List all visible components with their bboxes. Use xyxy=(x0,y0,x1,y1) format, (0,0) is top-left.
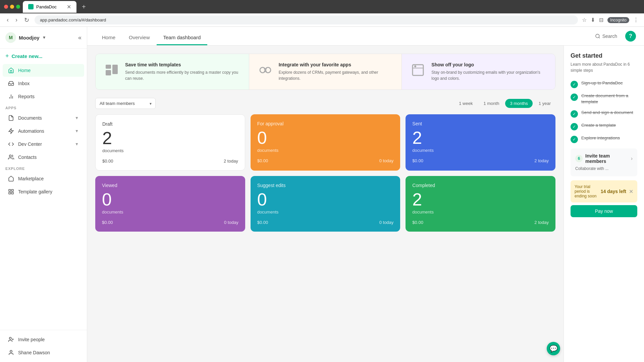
sidebar-footer: Invite people Shane Dawson xyxy=(0,330,87,362)
promo-card-logo[interactable]: Show off your logo Stay on-brand by cust… xyxy=(402,54,555,89)
sidebar-item-documents-label: Documents xyxy=(18,115,42,121)
team-members-select[interactable]: All team members xyxy=(95,98,156,109)
user-name-label: Shane Dawson xyxy=(18,350,50,355)
main-content: Save time with templates Send documents … xyxy=(87,46,564,362)
new-tab-button[interactable]: + xyxy=(79,3,89,11)
completed-today: 2 today xyxy=(534,220,549,225)
close-traffic-light[interactable] xyxy=(4,5,8,9)
tab-overview[interactable]: Overview xyxy=(122,31,157,45)
sidebar-item-documents[interactable]: Documents ▼ xyxy=(3,112,84,124)
sent-amount: $0.00 xyxy=(412,158,423,163)
svg-rect-16 xyxy=(106,70,111,75)
invite-header: 6 Invite team members › xyxy=(575,153,633,164)
approval-docs: documents xyxy=(257,148,394,153)
sidebar-item-template-gallery[interactable]: Template gallery xyxy=(3,185,84,198)
pay-now-button[interactable]: Pay now xyxy=(571,205,637,217)
draft-label: Draft xyxy=(102,121,238,127)
workspace-chevron-icon[interactable]: ▼ xyxy=(42,35,46,40)
time-filter-1week[interactable]: 1 week xyxy=(454,99,477,108)
sidebar-item-marketplace[interactable]: Marketplace xyxy=(3,172,84,185)
refresh-button[interactable]: ↻ xyxy=(23,15,31,25)
create-new-button[interactable]: + Create new... xyxy=(0,49,87,64)
svg-point-19 xyxy=(265,67,271,73)
sidebar-item-contacts[interactable]: Contacts xyxy=(3,151,84,164)
invite-title: Invite team members xyxy=(585,153,628,164)
minimize-traffic-light[interactable] xyxy=(10,5,14,9)
invite-section[interactable]: 6 Invite team members › Collaborate with… xyxy=(571,148,637,176)
svg-point-13 xyxy=(596,34,599,38)
tab-title: PandaDoc xyxy=(36,4,57,9)
stat-card-draft[interactable]: Draft 2 documents $0.00 2 today xyxy=(95,114,245,171)
address-bar: ‹ › ↻ ☆ ⬇ ⊟ Incognito ⋮ xyxy=(0,13,644,27)
promo-card-templates[interactable]: Save time with templates Send documents … xyxy=(96,54,249,89)
devcenter-icon xyxy=(8,141,14,147)
get-started-title: Get started xyxy=(571,52,637,59)
logo-promo-text: Show off your logo Stay on-brand by cust… xyxy=(431,62,547,81)
time-filter-1year[interactable]: 1 year xyxy=(534,99,555,108)
completed-number: 2 xyxy=(412,191,549,208)
stat-card-viewed[interactable]: Viewed 0 documents $0.00 0 today xyxy=(95,176,245,232)
sidebar-item-automations[interactable]: Automations ▼ xyxy=(3,125,84,137)
viewed-number: 0 xyxy=(102,191,238,208)
help-button[interactable]: ? xyxy=(625,31,636,42)
completed-label: Completed xyxy=(412,183,549,188)
documents-icon xyxy=(8,115,14,121)
completed-footer: $0.00 2 today xyxy=(412,220,549,225)
suggest-amount: $0.00 xyxy=(257,220,268,225)
search-label: Search xyxy=(602,34,617,39)
tab-home[interactable]: Home xyxy=(95,31,122,45)
layout-icon[interactable]: ⊟ xyxy=(599,17,603,23)
svg-rect-5 xyxy=(9,189,10,191)
time-filter-1month[interactable]: 1 month xyxy=(479,99,504,108)
automations-expand-icon: ▼ xyxy=(75,129,79,133)
sidebar-item-inbox-label: Inbox xyxy=(18,81,30,86)
maximize-traffic-light[interactable] xyxy=(16,5,20,9)
menu-icon[interactable]: ⋮ xyxy=(633,17,639,23)
pay-now-label: Pay now xyxy=(595,208,613,214)
download-icon[interactable]: ⬇ xyxy=(591,17,595,23)
browser-tab[interactable]: PandaDoc ✕ xyxy=(23,1,76,13)
browser-chrome: PandaDoc ✕ + xyxy=(0,0,644,13)
sidebar-item-home[interactable]: Home xyxy=(3,64,84,77)
sidebar-invite-people[interactable]: Invite people xyxy=(3,333,84,346)
svg-rect-20 xyxy=(413,65,423,75)
back-button[interactable]: ‹ xyxy=(5,15,10,25)
draft-amount: $0.00 xyxy=(102,159,113,164)
sidebar-collapse-button[interactable]: « xyxy=(78,34,82,41)
apps-nav: Documents ▼ Automations ▼ Dev Center ▼ C… xyxy=(0,111,87,164)
stat-card-sent[interactable]: Sent 2 documents $0.00 2 today xyxy=(406,114,555,171)
stat-card-suggest[interactable]: Suggest edits 0 documents $0.00 0 today xyxy=(251,176,400,232)
approval-amount: $0.00 xyxy=(257,158,268,163)
sidebar-user-profile[interactable]: Shane Dawson xyxy=(3,346,84,359)
viewed-label: Viewed xyxy=(102,183,238,188)
help-label: ? xyxy=(629,33,632,39)
promo-cards: Save time with templates Send documents … xyxy=(95,54,555,90)
bookmark-icon[interactable]: ☆ xyxy=(582,17,587,23)
viewed-today: 0 today xyxy=(224,220,238,225)
time-filter-3months[interactable]: 3 months xyxy=(505,99,532,108)
sidebar-item-devcenter[interactable]: Dev Center ▼ xyxy=(3,138,84,150)
contacts-icon xyxy=(8,154,14,160)
viewed-docs: documents xyxy=(102,209,238,215)
promo-card-integrations[interactable]: Integrate with your favorite apps Explor… xyxy=(249,54,402,89)
forward-button[interactable]: › xyxy=(14,15,19,25)
svg-line-14 xyxy=(599,37,600,38)
integrations-promo-icon xyxy=(257,62,273,79)
tab-close-button[interactable]: ✕ xyxy=(67,4,71,10)
svg-point-12 xyxy=(10,350,12,352)
workspace-name: Moodjoy xyxy=(19,35,40,41)
step-create-template: ✓ Create a template xyxy=(571,122,637,130)
sidebar-item-reports[interactable]: Reports xyxy=(3,90,84,103)
tab-team-dashboard[interactable]: Team dashboard xyxy=(157,31,208,45)
stat-card-completed[interactable]: Completed 2 documents $0.00 2 today xyxy=(406,176,555,232)
devcenter-expand-icon: ▼ xyxy=(75,142,79,146)
step-explore-integrations-text: Explore integrations xyxy=(581,135,620,141)
svg-point-22 xyxy=(414,65,416,67)
stat-card-approval[interactable]: For approval 0 documents $0.00 0 today xyxy=(251,114,400,171)
sidebar-item-inbox[interactable]: Inbox xyxy=(3,77,84,90)
trial-close-button[interactable]: ✕ xyxy=(629,188,633,195)
search-button[interactable]: Search xyxy=(591,32,621,41)
svg-marker-3 xyxy=(9,129,13,134)
integrations-promo-desc: Explore dozens of CRMs, payment gateways… xyxy=(279,69,394,81)
address-input[interactable] xyxy=(35,15,578,24)
